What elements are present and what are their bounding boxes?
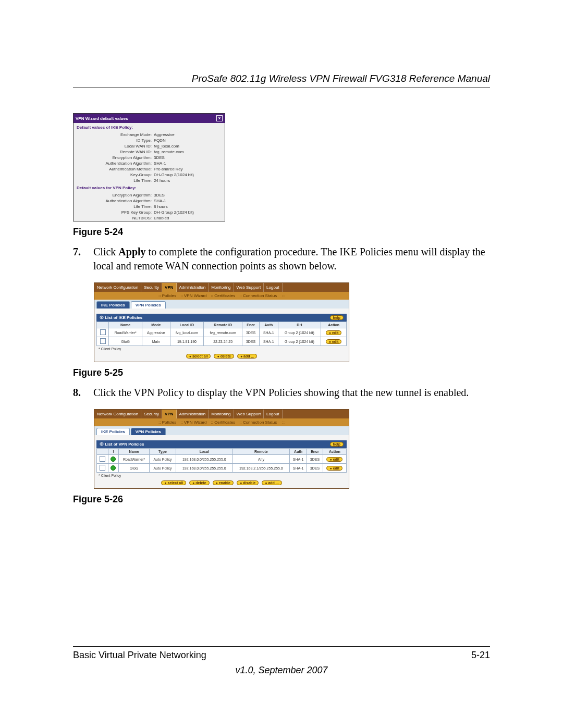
delete-button[interactable]: delete xyxy=(214,354,234,359)
subnav-item[interactable]: :: VPN Wizard xyxy=(180,293,206,298)
nav-item[interactable]: Monitoring xyxy=(209,283,234,292)
list-titlebar: ⦿ List of IKE Policies help xyxy=(96,314,347,322)
checkbox[interactable] xyxy=(100,329,106,335)
col-header: Action xyxy=(321,322,347,328)
subnav-item[interactable]: :: Policies xyxy=(158,420,176,425)
nav-item[interactable]: Logout xyxy=(264,410,282,418)
tab-ike-policies[interactable]: IKE Policies xyxy=(96,428,130,435)
nav-item[interactable]: Web Support xyxy=(234,410,264,418)
delete-button[interactable]: delete xyxy=(189,480,209,485)
subnav-item[interactable]: :: Certificates xyxy=(211,293,236,298)
nav-item[interactable]: Administration xyxy=(177,283,209,292)
tab-bar: IKE Policies VPN Policies xyxy=(94,426,349,435)
nav-item[interactable]: Logout xyxy=(264,283,282,292)
step-number: 7. xyxy=(73,245,91,259)
disable-button[interactable]: disable xyxy=(237,480,259,485)
enable-button[interactable]: enable xyxy=(213,480,234,485)
kv-row: Authentication Algorithm:SHA-1 xyxy=(74,161,225,166)
nav-item[interactable]: Network Configuration xyxy=(94,283,141,292)
nav-item[interactable]: Administration xyxy=(177,410,209,418)
kv-key: PFS Key Group: xyxy=(74,210,154,215)
kv-value: 24 hours xyxy=(154,178,225,183)
kv-key: Encryption Algorithm: xyxy=(74,155,154,160)
subnav-item[interactable]: :: VPN Wizard xyxy=(180,420,206,425)
list-title: ⦿ List of VPN Policies xyxy=(100,442,144,447)
subnav-item[interactable]: :: Connection Status xyxy=(239,420,277,425)
kv-row: Local WAN ID:fvg_local.com xyxy=(74,143,225,149)
page-header: ProSafe 802.11g Wireless VPN Firewall FV… xyxy=(73,73,490,84)
col-header: Name xyxy=(119,449,150,455)
kv-value: SHA-1 xyxy=(154,161,225,166)
vpn-wizard-defaults-panel: VPN Wizard default values x Default valu… xyxy=(73,113,225,221)
col-header: ! xyxy=(108,449,118,455)
client-policy-note: * Client Policy xyxy=(96,473,347,477)
step-8: 8. Click the VPN Policy to display the V… xyxy=(73,386,490,400)
kv-key: Exchange Mode: xyxy=(74,132,154,137)
edit-button[interactable]: edit xyxy=(326,330,342,335)
tab-ike-policies[interactable]: IKE Policies xyxy=(96,301,130,309)
kv-value: SHA-1 xyxy=(154,199,225,203)
client-policy-note: * Client Policy xyxy=(96,346,347,351)
col-header xyxy=(97,322,109,328)
table-row: RoadWarrier*Auto Policy192.168.0.0/255.2… xyxy=(97,455,347,464)
close-icon[interactable]: x xyxy=(216,115,223,121)
kv-row: PFS Key Group:DH-Group 2(1024 bit) xyxy=(74,209,225,215)
kv-value: 8 hours xyxy=(154,204,225,209)
kv-row: Encryption Algorithm:3DES xyxy=(74,155,225,161)
edit-button[interactable]: edit xyxy=(326,339,342,344)
nav-item[interactable]: Monitoring xyxy=(209,410,234,418)
kv-value: 3DES xyxy=(154,193,225,198)
select-all-button[interactable]: select all xyxy=(161,480,186,485)
nav-item[interactable]: Web Support xyxy=(234,283,264,292)
figure-caption: Figure 5-24 xyxy=(73,227,490,238)
kv-row: ID Type:FQDN xyxy=(74,138,225,143)
checkbox[interactable] xyxy=(100,465,105,471)
ike-policies-table: NameModeLocal IDRemote IDEncrAuthDHActio… xyxy=(96,322,347,346)
add-button[interactable]: add ... xyxy=(262,480,282,485)
step-7: 7. Click Apply to complete the configura… xyxy=(73,245,490,273)
vpn-defaults-list: Encryption Algorithm:3DESAuthentication … xyxy=(74,192,225,221)
tab-vpn-policies[interactable]: VPN Policies xyxy=(131,428,166,435)
step-number: 8. xyxy=(73,386,91,400)
select-all-button[interactable]: select all xyxy=(186,354,211,359)
add-button[interactable]: add ... xyxy=(237,354,257,359)
edit-button[interactable]: edit xyxy=(326,457,342,462)
kv-row: Life Time:8 hours xyxy=(74,204,225,209)
top-nav: Network ConfigurationSecurityVPNAdminist… xyxy=(94,283,349,292)
kv-row: Remote WAN ID:fvg_remote.com xyxy=(74,149,225,155)
nav-item[interactable]: Security xyxy=(141,283,162,292)
kv-key: Life Time: xyxy=(74,178,154,183)
nav-item[interactable]: VPN xyxy=(162,283,176,292)
kv-key: Life Time: xyxy=(74,204,154,209)
subnav-item[interactable]: :: Policies xyxy=(158,293,176,298)
checkbox[interactable] xyxy=(100,338,106,344)
ike-defaults-list: Exchange Mode:AggressiveID Type:FQDNLoca… xyxy=(74,132,225,183)
nav-item[interactable]: VPN xyxy=(162,410,176,418)
footer-version: v1.0, September 2007 xyxy=(73,665,490,676)
checkbox[interactable] xyxy=(100,456,105,462)
nav-item[interactable]: Network Configuration xyxy=(94,410,141,418)
help-button[interactable]: help xyxy=(330,442,344,447)
nav-item[interactable]: Security xyxy=(141,410,162,418)
kv-value: DH-Group 2(1024 bit) xyxy=(154,210,225,215)
col-header: Auth xyxy=(289,449,307,455)
page-footer: Basic Virtual Private Networking 5-21 xyxy=(73,646,490,661)
kv-row: Life Time:24 hours xyxy=(74,178,225,183)
list-title: ⦿ List of IKE Policies xyxy=(100,315,142,320)
subnav-item[interactable]: :: Certificates xyxy=(211,420,236,425)
step-body: Click Apply to complete the configuratio… xyxy=(93,245,489,273)
footer-right: 5-21 xyxy=(471,650,490,661)
col-header: Local ID xyxy=(170,322,203,328)
col-header: Encr xyxy=(242,322,260,328)
edit-button[interactable]: edit xyxy=(326,466,342,471)
table-row: GtoGAuto Policy192.168.0.0/255.255.255.0… xyxy=(97,464,347,473)
help-button[interactable]: help xyxy=(330,315,344,320)
panel-title: VPN Wizard default values xyxy=(76,116,128,121)
col-header: Action xyxy=(323,449,346,455)
kv-key: Key-Group: xyxy=(74,172,154,177)
step-text: Click the VPN Policy to display the VPN … xyxy=(93,386,489,400)
subnav-item[interactable]: :: Connection Status xyxy=(239,293,277,298)
col-header: Auth xyxy=(259,322,278,328)
tab-vpn-policies[interactable]: VPN Policies xyxy=(131,301,166,309)
footer-left: Basic Virtual Private Networking xyxy=(73,650,206,661)
